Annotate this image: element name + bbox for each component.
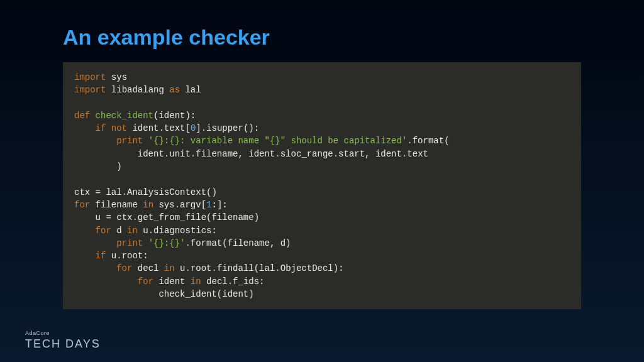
code-line-16: for decl in u.root.findall(lal.ObjectDec… xyxy=(74,263,344,273)
code-line-12: u = ctx.get_from_file(filename) xyxy=(74,212,259,222)
slide: An example checker import sys import lib… xyxy=(0,0,644,362)
code-line-11: for filename in sys.argv[1:]: xyxy=(74,200,228,210)
code-line-15: if u.root: xyxy=(74,251,148,261)
slide-title: An example checker xyxy=(63,25,581,50)
code-line-10: ctx = lal.AnalysisContext() xyxy=(74,187,217,197)
code-line-1: import sys xyxy=(74,72,127,82)
code-line-14: print '{}:{}'.format(filename, d) xyxy=(74,238,291,248)
code-line-4: def check_ident(ident): xyxy=(74,111,196,121)
code-line-18: check_ident(ident) xyxy=(74,289,254,299)
footer-event: TECH DAYS xyxy=(25,337,101,351)
footer-brand: AdaCore xyxy=(25,330,101,336)
code-line-2: import libadalang as lal xyxy=(74,85,201,95)
code-block: import sys import libadalang as lal def … xyxy=(63,62,581,309)
code-line-6: print '{}:{}: variable name "{}" should … xyxy=(74,136,450,146)
code-line-7: ident.unit.filename, ident.sloc_range.st… xyxy=(74,149,428,159)
code-line-8: ) xyxy=(74,162,122,172)
footer-branding: AdaCore TECH DAYS xyxy=(25,330,101,351)
code-line-13: for d in u.diagnostics: xyxy=(74,226,217,236)
code-line-5: if not ident.text[0].isupper(): xyxy=(74,123,259,133)
code-line-17: for ident in decl.f_ids: xyxy=(74,277,265,287)
